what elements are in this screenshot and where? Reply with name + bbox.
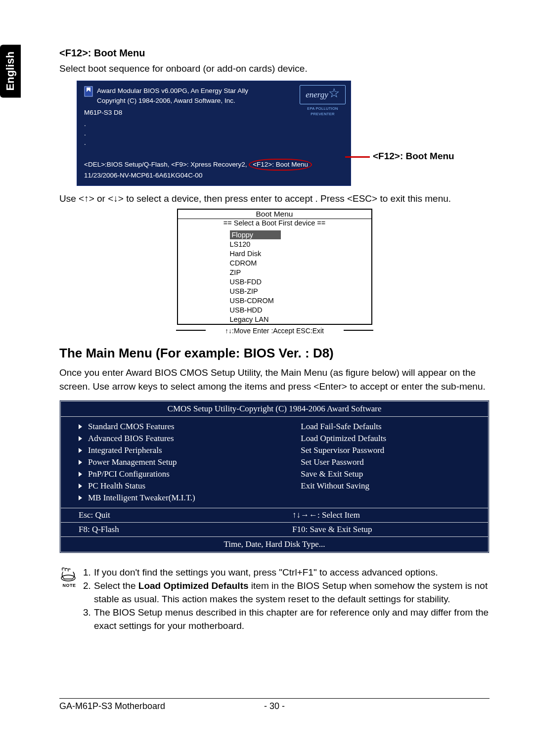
post-bottom-1a: <DEL>:BIOS Setup/Q-Flash, <F9>: Xpress R… (84, 161, 247, 168)
mm-exit-nosave[interactable]: Exit Without Saving (301, 480, 479, 492)
mm-help-esc: Esc: Quit (61, 508, 274, 522)
triangle-icon (79, 484, 82, 489)
post-bottom-f12: <F12>: Boot Menu (249, 159, 312, 171)
boot-menu-subtitle: == Select a Boot First device == (178, 219, 371, 227)
note-3: The BIOS Setup menus described in this c… (94, 606, 490, 633)
mm-set-supervisor[interactable]: Set Supervisor Password (301, 445, 479, 456)
note-1: If you don't find the settings you want,… (94, 566, 438, 579)
footer-product: GA-M61P-S3 Motherboard (59, 701, 165, 711)
boot-item-floppy[interactable]: Floppy (178, 230, 371, 239)
energy-cursive: energy (306, 90, 328, 99)
award-logo-icon (84, 86, 93, 97)
mm-load-optimized[interactable]: Load Optimized Defaults (301, 433, 479, 445)
callout-line (345, 156, 370, 158)
boot-item-zip[interactable]: ZIP (178, 267, 371, 277)
boot-item-ls120[interactable]: LS120 (178, 239, 371, 249)
boot-item-cdrom[interactable]: CDROM (178, 258, 371, 267)
f12-heading: <F12>: Boot Menu (59, 47, 490, 59)
main-menu-heading: The Main Menu (For example: BIOS Ver. : … (59, 346, 490, 361)
triangle-icon (79, 436, 82, 441)
note-block: NOTE 1.If you don't find the settings yo… (59, 566, 490, 633)
star-icon: ☆ (328, 86, 340, 100)
triangle-icon (79, 448, 82, 453)
mm-load-failsafe[interactable]: Load Fail-Safe Defaults (301, 421, 479, 433)
bios-post-screen: Award Modular BIOS v6.00PG, An Energy St… (77, 81, 351, 186)
boot-menu-footer: ↑↓:Move Enter :Accept ESC:Exit (177, 325, 372, 335)
mm-standard-cmos[interactable]: Standard CMOS Features (79, 421, 274, 433)
mm-mit[interactable]: MB Intelligent Tweaker(M.I.T.) (79, 492, 274, 504)
footer-rule (59, 698, 490, 699)
energy-star-badge: energy☆ EPA POLLUTION PREVENTER (300, 85, 346, 117)
boot-instruction: Use <↑> or <↓> to select a device, then … (59, 192, 490, 206)
mm-item-desc: Time, Date, Hard Disk Type... (61, 536, 488, 552)
boot-item-usb-cdrom[interactable]: USB-CDROM (178, 296, 371, 305)
triangle-icon (79, 472, 82, 477)
cmos-main-menu: CMOS Setup Utility-Copyright (C) 1984-20… (59, 400, 490, 553)
mm-save-exit[interactable]: Save & Exit Setup (301, 468, 479, 480)
note-label: NOTE (59, 583, 79, 588)
f12-desc: Select boot sequence for onboard (or add… (59, 62, 490, 76)
boot-item-usb-fdd[interactable]: USB-FDD (178, 277, 371, 286)
post-dots: ... (84, 120, 345, 148)
mm-advanced-bios[interactable]: Advanced BIOS Features (79, 433, 274, 445)
mm-power-mgmt[interactable]: Power Management Setup (79, 456, 274, 468)
boot-menu-box: Boot Menu == Select a Boot First device … (177, 209, 372, 325)
page-content: <F12>: Boot Menu Select boot sequence fo… (59, 47, 490, 633)
boot-menu-title: Boot Menu (178, 210, 371, 219)
page-footer: GA-M61P-S3 Motherboard - 30 - (59, 701, 490, 712)
mm-pnp-pci[interactable]: PnP/PCI Configurations (79, 468, 274, 480)
triangle-icon (79, 460, 82, 465)
language-tab: English (0, 44, 21, 97)
energy-epa: EPA POLLUTION PREVENTER (300, 106, 346, 117)
callout-label: <F12>: Boot Menu (373, 151, 454, 162)
boot-item-usb-hdd[interactable]: USB-HDD (178, 305, 371, 314)
mm-integrated-peripherals[interactable]: Integrated Peripherals (79, 445, 274, 456)
note-hand-icon (59, 566, 79, 583)
mm-pc-health[interactable]: PC Health Status (79, 480, 274, 492)
boot-item-legacy-lan[interactable]: Legacy LAN (178, 314, 371, 324)
boot-item-usb-zip[interactable]: USB-ZIP (178, 286, 371, 296)
triangle-icon (79, 495, 82, 500)
footer-page: - 30 - (264, 701, 285, 712)
triangle-icon (79, 424, 82, 429)
mm-set-user[interactable]: Set User Password (301, 456, 479, 468)
mm-help-f10: F10: Save & Exit Setup (274, 523, 488, 536)
note-2: Select the Load Optimized Defaults item … (94, 579, 490, 606)
mm-help-f8: F8: Q-Flash (61, 523, 274, 536)
mm-help-arrows: ↑↓→←: Select Item (274, 508, 488, 522)
cmos-title: CMOS Setup Utility-Copyright (C) 1984-20… (61, 401, 488, 417)
post-bottom-2: 11/23/2006-NV-MCP61-6A61KG04C-00 (84, 171, 345, 180)
main-menu-desc: Once you enter Award BIOS CMOS Setup Uti… (59, 366, 490, 393)
boot-item-hard-disk[interactable]: Hard Disk (178, 249, 371, 258)
